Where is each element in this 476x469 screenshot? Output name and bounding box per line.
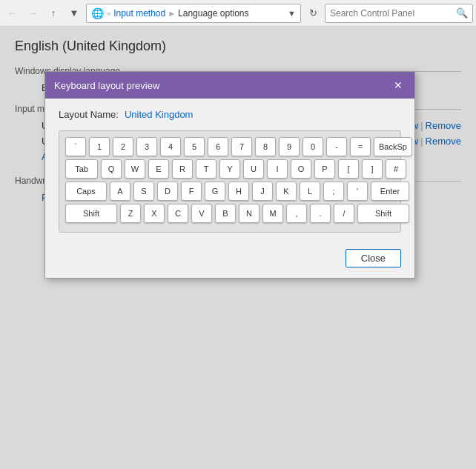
key-7[interactable]: 7: [231, 137, 252, 156]
key-2[interactable]: 2: [113, 137, 133, 156]
key-period[interactable]: .: [310, 204, 331, 223]
modal-body: Layout Name: United Kingdom ` 1 2 3 4 5 …: [45, 99, 414, 243]
key-i[interactable]: I: [267, 159, 288, 179]
key-m[interactable]: M: [262, 204, 283, 223]
key-t[interactable]: T: [196, 159, 216, 179]
key-row-1: ` 1 2 3 4 5 6 7 8 9 0 - = BackSp: [65, 137, 394, 156]
title-bar: ← → ↑ ▼ 🌐 « Input method ► Language opti…: [0, 0, 476, 27]
layout-name-label: Layout Name:: [59, 109, 119, 120]
key-s[interactable]: S: [133, 182, 154, 201]
key-y[interactable]: Y: [219, 159, 240, 179]
key-f[interactable]: F: [181, 182, 202, 201]
main-content: English (United Kingdom) Windows display…: [0, 27, 476, 469]
key-o[interactable]: O: [291, 159, 311, 179]
key-p[interactable]: P: [314, 159, 335, 179]
modal-header: Keyboard layout preview ✕: [45, 72, 414, 99]
key-n[interactable]: N: [239, 204, 260, 223]
modal-close-icon-button[interactable]: ✕: [391, 78, 406, 93]
key-c[interactable]: C: [168, 204, 188, 223]
key-x[interactable]: X: [144, 204, 165, 223]
address-separator-left: «: [107, 9, 111, 18]
key-9[interactable]: 9: [279, 137, 300, 156]
address-globe-icon: 🌐: [91, 7, 104, 19]
key-j[interactable]: J: [252, 182, 273, 201]
key-open-bracket[interactable]: [: [338, 159, 359, 179]
key-backtick[interactable]: `: [65, 137, 86, 156]
search-icon[interactable]: 🔍: [456, 7, 468, 19]
key-u[interactable]: U: [243, 159, 264, 179]
key-w[interactable]: W: [125, 159, 145, 179]
key-h[interactable]: H: [228, 182, 249, 201]
breadcrumb-language[interactable]: Input method: [113, 8, 165, 19]
key-b[interactable]: B: [215, 204, 236, 223]
key-comma[interactable]: ,: [286, 204, 307, 223]
modal-overlay: Keyboard layout preview ✕ Layout Name: U…: [0, 27, 476, 469]
address-dropdown-icon[interactable]: ▼: [288, 9, 296, 18]
key-q[interactable]: Q: [101, 159, 122, 179]
key-close-bracket[interactable]: ]: [362, 159, 383, 179]
key-6[interactable]: 6: [208, 137, 228, 156]
modal-footer: Close: [45, 243, 414, 278]
key-backspace[interactable]: BackSp: [374, 137, 412, 156]
key-a[interactable]: A: [110, 182, 130, 201]
recent-button[interactable]: ▼: [65, 4, 83, 22]
key-v[interactable]: V: [191, 204, 212, 223]
key-row-4: Shift Z X C V B N M , . / Shift: [65, 204, 394, 223]
key-shift-right[interactable]: Shift: [357, 204, 409, 223]
key-tab[interactable]: Tab: [65, 159, 98, 179]
search-input[interactable]: [330, 8, 453, 19]
key-4[interactable]: 4: [160, 137, 181, 156]
modal-title: Keyboard layout preview: [54, 80, 159, 91]
address-text: « Input method ► Language options: [107, 8, 249, 19]
key-hash[interactable]: #: [386, 159, 406, 179]
key-shift-left[interactable]: Shift: [65, 204, 117, 223]
key-minus[interactable]: -: [326, 137, 347, 156]
breadcrumb-sep: ►: [168, 9, 176, 18]
address-bar: 🌐 « Input method ► Language options ▼: [86, 4, 301, 23]
key-8[interactable]: 8: [255, 137, 276, 156]
key-caps[interactable]: Caps: [65, 182, 107, 201]
key-d[interactable]: D: [157, 182, 178, 201]
search-bar: 🔍: [325, 4, 473, 23]
layout-name-row: Layout Name: United Kingdom: [59, 109, 401, 120]
modal-close-button[interactable]: Close: [346, 249, 401, 267]
key-equals[interactable]: =: [350, 137, 371, 156]
key-1[interactable]: 1: [89, 137, 110, 156]
key-3[interactable]: 3: [136, 137, 157, 156]
key-0[interactable]: 0: [303, 137, 323, 156]
back-button[interactable]: ←: [3, 4, 21, 22]
breadcrumb-language-options: Language options: [178, 8, 248, 19]
key-semicolon[interactable]: ;: [323, 182, 344, 201]
up-button[interactable]: ↑: [44, 4, 62, 22]
keyboard-preview-modal: Keyboard layout preview ✕ Layout Name: U…: [44, 71, 415, 279]
forward-button[interactable]: →: [24, 4, 42, 22]
key-enter[interactable]: Enter: [371, 182, 409, 201]
refresh-button[interactable]: ↻: [304, 4, 322, 22]
layout-name-value: United Kingdom: [125, 109, 194, 120]
key-z[interactable]: Z: [120, 204, 141, 223]
key-apostrophe[interactable]: ': [347, 182, 368, 201]
key-row-3: Caps A S D F G H J K L ; ' Enter: [65, 182, 394, 201]
key-k[interactable]: K: [276, 182, 297, 201]
key-slash[interactable]: /: [334, 204, 354, 223]
key-r[interactable]: R: [172, 159, 193, 179]
key-l[interactable]: L: [300, 182, 320, 201]
keyboard-preview: ` 1 2 3 4 5 6 7 8 9 0 - = BackSp: [59, 130, 401, 233]
key-5[interactable]: 5: [184, 137, 205, 156]
key-e[interactable]: E: [148, 159, 169, 179]
key-row-2: Tab Q W E R T Y U I O P [ ] #: [65, 159, 394, 179]
key-g[interactable]: G: [205, 182, 225, 201]
